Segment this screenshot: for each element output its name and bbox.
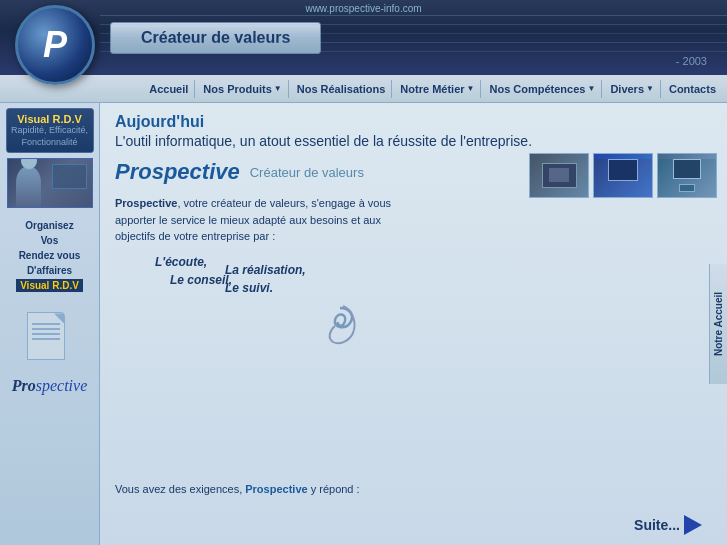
nav-bar: Accueil Nos Produits ▼ Nos Réalisations …	[0, 75, 727, 103]
bottom-prefix: Vous avez des exigences,	[115, 483, 245, 495]
feature-suivi: Le suivi.	[225, 281, 712, 295]
nav-metier[interactable]: Notre Métier ▼	[394, 80, 481, 98]
image-thumb-2	[593, 153, 653, 198]
headline1: Aujourd'hui	[115, 113, 712, 131]
rdv-subtitle: Rapidité, Efficacité, Fonctionnalité	[11, 125, 89, 148]
nav-metier-arrow: ▼	[467, 84, 475, 93]
suite-button[interactable]: Suite...	[634, 515, 702, 535]
suite-label: Suite...	[634, 517, 680, 533]
nav-divers-arrow: ▼	[646, 84, 654, 93]
sidebar-visual-rdv[interactable]: Visual R.D.V	[16, 279, 83, 292]
images-row	[529, 153, 717, 198]
bottom-brand: Prospective	[245, 483, 307, 495]
rdv-title: Visual R.D.V	[11, 113, 89, 125]
body-text-brand: Prospective	[115, 197, 177, 209]
right-tab[interactable]: Notre Accueil	[709, 264, 727, 384]
logo-letter: P	[43, 24, 67, 66]
nav-produits-arrow: ▼	[274, 84, 282, 93]
rdv-box[interactable]: Visual R.D.V Rapidité, Efficacité, Fonct…	[6, 108, 94, 153]
suite-arrow-icon	[684, 515, 702, 535]
logo-circle[interactable]: P	[15, 5, 95, 85]
features-section: L'écoute, Le conseil, La réalisation, Le…	[115, 255, 712, 295]
bottom-text: Vous avez des exigences, Prospective y r…	[115, 483, 360, 495]
document-icon	[27, 312, 72, 367]
nav-competences-arrow: ▼	[587, 84, 595, 93]
bottom-suffix: y répond :	[308, 483, 360, 495]
image-thumb-1	[529, 153, 589, 198]
website-url: www.prospective-info.com	[0, 3, 727, 14]
body-text: Prospective, votre créateur de valeurs, …	[115, 195, 395, 245]
main-content: Aujourd'hui L'outil informatique, un ato…	[100, 103, 727, 545]
headline2: L'outil informatique, un atout essentiel…	[115, 133, 712, 149]
year-label: - 2003	[676, 55, 707, 67]
nav-realisations[interactable]: Nos Réalisations	[291, 80, 393, 98]
sidebar: Visual R.D.V Rapidité, Efficacité, Fonct…	[0, 103, 100, 545]
sidebar-photo	[7, 158, 93, 208]
sidebar-rdv[interactable]: Rendez vous	[16, 248, 83, 263]
feature-realisation: La réalisation,	[225, 263, 712, 277]
swirl-icon	[315, 298, 365, 348]
sidebar-affaires[interactable]: D'affaires	[16, 263, 83, 278]
right-tab-label: Notre Accueil	[713, 292, 724, 356]
image-thumb-3	[657, 153, 717, 198]
nav-contacts[interactable]: Contacts	[663, 80, 722, 98]
sidebar-logo: Prospective	[12, 377, 88, 395]
nav-produits[interactable]: Nos Produits ▼	[197, 80, 288, 98]
nav-competences[interactable]: Nos Compétences ▼	[483, 80, 602, 98]
prospective-brand-subtitle: Créateur de valeurs	[250, 165, 364, 180]
prospective-brand-title: Prospective	[115, 159, 240, 185]
sidebar-organize[interactable]: Organisez	[16, 218, 83, 233]
nav-accueil[interactable]: Accueil	[143, 80, 195, 98]
nav-divers[interactable]: Divers ▼	[604, 80, 661, 98]
sidebar-vos[interactable]: Vos	[16, 233, 83, 248]
sidebar-links: Organisez Vos Rendez vous D'affaires Vis…	[16, 218, 83, 292]
